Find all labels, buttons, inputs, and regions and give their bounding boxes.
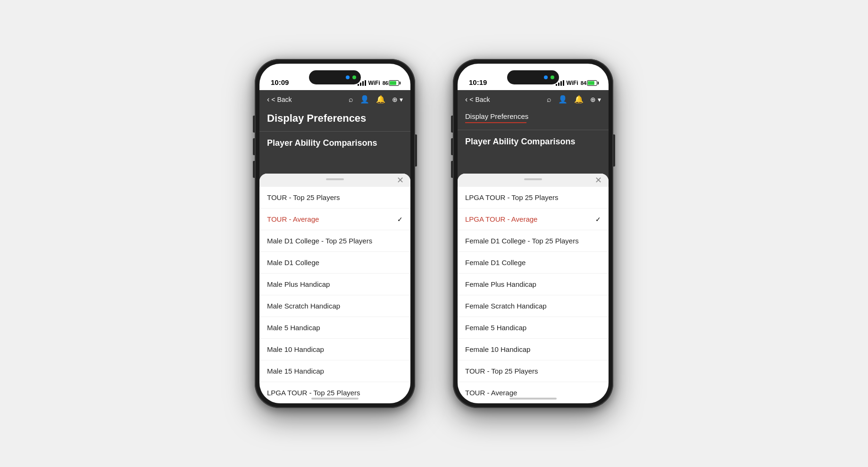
list-item-1-3[interactable]: Male D1 College [259,252,410,274]
person-icon-1[interactable]: 👤 [360,95,369,104]
list-item-1-5[interactable]: Male Scratch Handicap [259,295,410,317]
sheet-close-button-1[interactable]: ✕ [397,176,404,184]
list-item-label-2-8: TOUR - Top 25 Players [465,367,538,375]
list-item-label-1-4: Male Plus Handicap [267,280,330,288]
signal-bar-2 [360,83,361,86]
list-item-2-5[interactable]: Female Scratch Handicap [458,295,609,317]
back-button-1[interactable]: ‹ < Back [267,95,292,104]
list-item-1-9[interactable]: LPGA TOUR - Top 25 Players [259,382,410,403]
battery-icon-1: 86 [383,80,399,86]
wifi-icon-2: WiFi [567,80,578,86]
list-item-label-1-5: Male Scratch Handicap [267,302,340,310]
plus-icon-1[interactable]: ⊕ ▾ [392,96,403,103]
home-indicator-1 [311,398,359,400]
nav-actions-2: ⌕ 👤 🔔 ⊕ ▾ [547,95,601,104]
list-item-label-2-7: Female 10 Handicap [465,345,530,353]
list-item-label-2-3: Female D1 College [465,259,526,267]
list-item-2-3[interactable]: Female D1 College [458,252,609,274]
nav-bar-1: ‹ < Back ⌕ 👤 🔔 ⊕ ▾ [259,90,410,108]
section-title-2: Player Ability Comparisons [465,137,601,147]
island-indicator-blue-1 [346,75,350,79]
screen-content-1: ‹ < Back ⌕ 👤 🔔 ⊕ ▾ Display Preferences P… [259,90,410,403]
phone-screen-2: 10:19 WiFi 84 [458,64,609,403]
list-item-label-1-7: Male 10 Handicap [267,345,324,353]
list-item-label-1-8: Male 15 Handicap [267,367,324,375]
island-indicator-green-2 [551,75,554,79]
signal-bar-1 [358,84,359,86]
dynamic-island-1 [309,70,361,84]
list-item-1-2[interactable]: Male D1 College - Top 25 Players [259,230,410,252]
sheet-handle-2 [524,178,542,180]
signal-bar-2-3 [560,81,562,86]
bottom-sheet-2: ✕ LPGA TOUR - Top 25 PlayersLPGA TOUR - … [458,174,609,403]
list-item-label-1-2: Male D1 College - Top 25 Players [267,237,372,245]
tab-underline-2 [465,122,526,123]
back-label-2: < Back [469,96,490,103]
signal-bar-2-2 [558,83,559,86]
list-item-label-2-5: Female Scratch Handicap [465,302,547,310]
status-icons-1: WiFi 86 [358,80,399,86]
section-header-2: Player Ability Comparisons [458,130,609,151]
list-item-2-7[interactable]: Female 10 Handicap [458,339,609,360]
person-icon-2[interactable]: 👤 [558,95,568,104]
list-item-label-2-4: Female Plus Handicap [465,280,536,288]
list-item-2-1[interactable]: LPGA TOUR - Average✓ [458,208,609,230]
back-chevron-1: ‹ [267,95,269,104]
page-title-area-1: Display Preferences [259,108,410,132]
section-header-1: Player Ability Comparisons [259,132,410,153]
battery-icon-2: 84 [581,80,597,86]
sheet-list-1: TOUR - Top 25 PlayersTOUR - Average✓Male… [259,187,410,403]
status-time-1: 10:09 [271,78,289,86]
screen-content-2: ‹ < Back ⌕ 👤 🔔 ⊕ ▾ Display Preferences P… [458,90,609,403]
sheet-close-button-2[interactable]: ✕ [595,176,602,184]
sheet-list-2: LPGA TOUR - Top 25 PlayersLPGA TOUR - Av… [458,187,609,403]
list-item-2-4[interactable]: Female Plus Handicap [458,274,609,295]
plus-icon-2[interactable]: ⊕ ▾ [590,96,601,103]
signal-bar-4 [365,80,366,86]
battery-body-2 [587,80,597,86]
list-item-label-1-0: TOUR - Top 25 Players [267,193,340,201]
phone-1: 10:09 WiFi 86 [255,59,415,408]
island-indicator-green-1 [352,75,356,79]
list-item-1-7[interactable]: Male 10 Handicap [259,339,410,360]
bell-icon-2[interactable]: 🔔 [574,95,584,104]
battery-level-1: 86 [383,80,388,86]
battery-fill-1 [390,81,396,85]
list-item-1-8[interactable]: Male 15 Handicap [259,360,410,382]
search-icon-1[interactable]: ⌕ [349,95,353,104]
list-item-1-6[interactable]: Male 5 Handicap [259,317,410,339]
status-time-2: 10:19 [469,78,487,86]
list-item-2-0[interactable]: LPGA TOUR - Top 25 Players [458,187,609,208]
list-item-2-2[interactable]: Female D1 College - Top 25 Players [458,230,609,252]
bottom-sheet-1: ✕ TOUR - Top 25 PlayersTOUR - Average✓Ma… [259,174,410,403]
list-item-label-1-1: TOUR - Average [267,215,319,223]
list-item-1-0[interactable]: TOUR - Top 25 Players [259,187,410,208]
check-mark-2-1: ✓ [595,216,601,223]
page-title-2: Display Preferences [465,112,601,120]
list-item-label-2-6: Female 5 Handicap [465,324,526,332]
home-indicator-2 [509,398,557,400]
list-item-2-9[interactable]: TOUR - Average [458,382,609,403]
list-item-2-8[interactable]: TOUR - Top 25 Players [458,360,609,382]
signal-bar-2-1 [556,84,557,86]
page-title-1: Display Preferences [267,112,403,125]
list-item-1-4[interactable]: Male Plus Handicap [259,274,410,295]
battery-body-1 [389,80,399,86]
back-chevron-2: ‹ [465,95,467,104]
check-mark-1-1: ✓ [397,216,403,223]
search-icon-2[interactable]: ⌕ [547,95,551,104]
back-button-2[interactable]: ‹ < Back [465,95,490,104]
battery-fill-2 [588,81,594,85]
page-title-area-2: Display Preferences [458,108,609,130]
sheet-handle-row-2: ✕ [458,174,609,187]
bell-icon-1[interactable]: 🔔 [376,95,385,104]
island-indicator-blue-2 [544,75,548,79]
list-item-label-1-3: Male D1 College [267,259,319,267]
nav-actions-1: ⌕ 👤 🔔 ⊕ ▾ [349,95,403,104]
dynamic-island-2 [507,70,559,84]
status-icons-2: WiFi 84 [556,80,597,86]
list-item-1-1[interactable]: TOUR - Average✓ [259,208,410,230]
nav-bar-2: ‹ < Back ⌕ 👤 🔔 ⊕ ▾ [458,90,609,108]
list-item-2-6[interactable]: Female 5 Handicap [458,317,609,339]
phone-screen-1: 10:09 WiFi 86 [259,64,410,403]
